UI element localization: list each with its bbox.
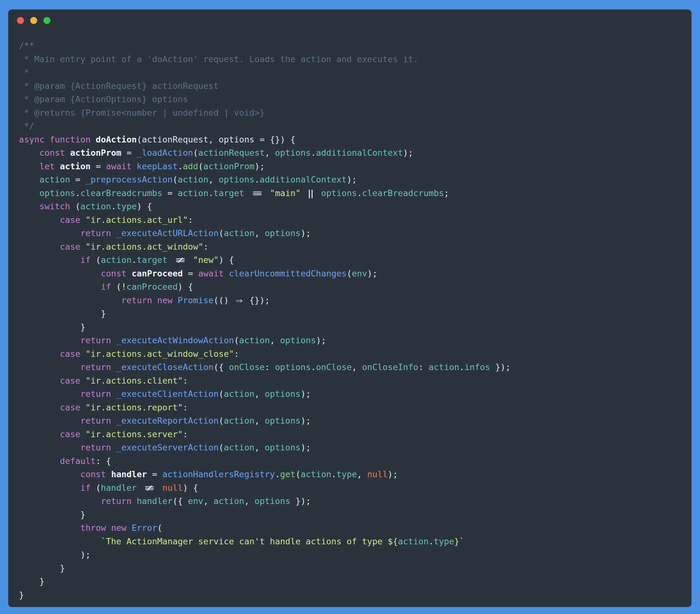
code-line: case "ir.actions.act_url":: [19, 213, 689, 227]
code-line: return _executeReportAction(action, opti…: [19, 414, 689, 428]
desktop-background: { "theme": { "frame": "#4a90e2", "editor…: [0, 0, 700, 614]
code-line: options.clearBreadcrumbs = action.target…: [19, 187, 689, 200]
code-line: const actionProm = _loadAction(actionReq…: [19, 146, 689, 160]
code-line: }: [19, 588, 689, 602]
code-line: const canProceed = await clearUncommitte…: [19, 267, 689, 281]
code-line: }: [19, 575, 689, 588]
code-line: return _executeServerAction(action, opti…: [19, 441, 689, 455]
code-line: );: [19, 548, 689, 562]
code-line: * @param {ActionOptions} options: [19, 93, 689, 106]
code-line: * @param {ActionRequest} actionRequest: [19, 79, 689, 93]
code-line: return handler({ env, action, options })…: [19, 494, 689, 508]
code-line: `The ActionManager service can't handle …: [19, 535, 689, 549]
code-line: * @returns {Promise<number | undefined |…: [19, 106, 689, 120]
code-line: *: [19, 66, 689, 79]
code-line: return new Promise(() ⇒ {});: [19, 294, 689, 307]
code-line: action = _preprocessAction(action, optio…: [19, 173, 689, 187]
code-line: return _executeActWindowAction(action, o…: [19, 334, 689, 347]
close-button[interactable]: [17, 17, 24, 24]
code-line: if (handler ≢ null) {: [19, 481, 689, 495]
code-line: return _executeCloseAction({ onClose: op…: [19, 360, 689, 374]
code-line: default: {: [19, 455, 689, 468]
code-line: return _executeActURLAction(action, opti…: [19, 226, 689, 240]
code-line: /**: [19, 39, 689, 53]
code-line: }: [19, 508, 689, 521]
titlebar: [17, 17, 50, 24]
code-line: }: [19, 562, 689, 575]
code-line: * Main entry point of a 'doAction' reque…: [19, 53, 689, 66]
code-line: let action = await keepLast.add(actionPr…: [19, 160, 689, 173]
code-line: switch (action.type) {: [19, 200, 689, 213]
code-editor-window: /** * Main entry point of a 'doAction' r…: [8, 10, 691, 607]
code-line: case "ir.actions.act_window_close":: [19, 347, 689, 361]
zoom-button[interactable]: [43, 17, 50, 24]
minimize-button[interactable]: [30, 17, 37, 24]
code-line: }: [19, 321, 689, 334]
code-line: case "ir.actions.act_window":: [19, 240, 689, 254]
code-line: return _executeClientAction(action, opti…: [19, 388, 689, 401]
code-line: const handler = actionHandlersRegistry.g…: [19, 468, 689, 481]
code-line: if (action.target ≢ "new") {: [19, 254, 689, 267]
code-line: }: [19, 307, 689, 321]
code-line: case "ir.actions.client":: [19, 374, 689, 388]
code-line: async function doAction(actionRequest, o…: [19, 133, 689, 147]
code-line: if (!canProceed) {: [19, 280, 689, 294]
code-line: case "ir.actions.server":: [19, 428, 689, 441]
code-line: case "ir.actions.report":: [19, 401, 689, 415]
code-line: */: [19, 120, 689, 133]
code-line: throw new Error(: [19, 521, 689, 535]
code-content: /** * Main entry point of a 'doAction' r…: [19, 39, 689, 606]
